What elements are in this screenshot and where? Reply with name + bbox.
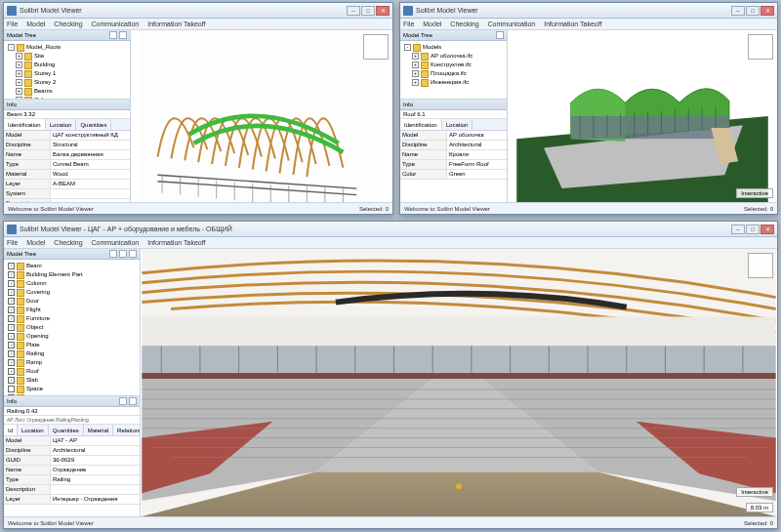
checkbox-icon[interactable]: ✓: [8, 315, 15, 322]
checkbox-icon[interactable]: ✓: [8, 263, 15, 269]
min-button[interactable]: –: [731, 225, 745, 234]
tab-material[interactable]: Material: [84, 425, 113, 435]
tree-item[interactable]: ✓Plate: [6, 341, 138, 349]
titlebar[interactable]: Solibri Model Viewer - ЦАГ - АР + оборуд…: [4, 222, 777, 237]
nav-cube[interactable]: [748, 253, 773, 278]
tab-location[interactable]: Location: [18, 425, 49, 435]
menu-checking[interactable]: Checking: [54, 239, 82, 246]
tab-quantities[interactable]: Quantities: [49, 425, 84, 435]
tree-tool-icon[interactable]: [109, 31, 117, 39]
expand-icon[interactable]: +: [16, 61, 22, 68]
menu-ito[interactable]: Information Takeoff: [544, 20, 601, 27]
close-button[interactable]: ✕: [760, 225, 774, 234]
tree-item[interactable]: +АР оболочка.ifc: [402, 52, 505, 61]
info-properties[interactable]: ModelАР оболочкаDisciplineArchitecturalN…: [400, 131, 507, 202]
menu-model[interactable]: Model: [26, 239, 45, 246]
tree-item[interactable]: +Storey 2: [6, 78, 128, 87]
tree-item[interactable]: -Model_Roots: [6, 43, 128, 52]
menu-file[interactable]: File: [7, 239, 18, 246]
menu-model[interactable]: Model: [26, 20, 45, 27]
menu-model[interactable]: Model: [423, 20, 441, 27]
tree-item[interactable]: +Building: [6, 61, 128, 69]
tree-tool-icon[interactable]: [496, 31, 504, 39]
checkbox-icon[interactable]: ✓: [8, 377, 15, 384]
checkbox-icon[interactable]: ✓: [8, 289, 15, 296]
tree-item[interactable]: ✓Opening: [6, 332, 138, 341]
expand-icon[interactable]: +: [16, 79, 22, 86]
tree-item[interactable]: ✓Slab: [6, 376, 138, 385]
nav-cube[interactable]: [748, 34, 773, 60]
viewport-3d[interactable]: Interactive: [508, 30, 777, 202]
tab-location[interactable]: Location: [46, 119, 77, 130]
tree-item[interactable]: ✓Object: [6, 323, 138, 332]
close-button[interactable]: ✕: [760, 6, 774, 16]
tab-identification[interactable]: Identification: [4, 119, 46, 130]
checkbox-icon[interactable]: ✓: [8, 333, 15, 340]
menu-communication[interactable]: Communication: [92, 20, 140, 27]
checkbox-icon[interactable]: ✓: [8, 280, 15, 287]
min-button[interactable]: –: [731, 6, 745, 16]
menu-communication[interactable]: Communication: [488, 20, 536, 27]
expand-icon[interactable]: +: [412, 53, 419, 60]
tree-item[interactable]: +Площадка.ifc: [402, 69, 505, 78]
max-button[interactable]: □: [361, 6, 375, 16]
expand-icon[interactable]: +: [412, 70, 419, 77]
checkbox-icon[interactable]: ✓: [8, 307, 15, 313]
menu-file[interactable]: File: [7, 20, 18, 27]
tree-tool-icon[interactable]: [109, 250, 117, 258]
tab-identification[interactable]: Id: [4, 425, 18, 435]
max-button[interactable]: □: [746, 225, 760, 234]
info-properties[interactable]: ModelЦАГ - АРDisciplineArchitecturalGUID…: [4, 436, 140, 516]
menu-ito[interactable]: Information Takeoff: [147, 239, 205, 246]
tree-item[interactable]: Space: [6, 385, 138, 393]
checkbox-icon[interactable]: ✓: [8, 342, 15, 348]
viewport-3d[interactable]: [131, 30, 392, 202]
tab-location[interactable]: Location: [442, 119, 473, 130]
info-properties[interactable]: ModelЦАГ конструктивный КДDisciplineStru…: [4, 131, 130, 202]
menu-file[interactable]: File: [403, 20, 414, 27]
tree-item[interactable]: ✓Covering: [6, 288, 138, 297]
expand-icon[interactable]: +: [16, 70, 22, 77]
tree-tool-icon[interactable]: [119, 31, 127, 39]
checkbox-icon[interactable]: ✓: [8, 359, 15, 366]
viewport-3d[interactable]: 8.03 m Interactive: [141, 249, 777, 516]
tab-identification[interactable]: Identification: [400, 119, 442, 130]
tab-relations[interactable]: Relations: [113, 425, 141, 435]
titlebar[interactable]: Solibri Model Viewer – □ ✕: [4, 3, 392, 19]
tree-item[interactable]: ✓Beam: [6, 262, 138, 270]
tree-item[interactable]: ✓Flight: [6, 306, 138, 314]
tree-item[interactable]: +Storey 1: [6, 69, 128, 78]
tree-tool-icon[interactable]: [129, 250, 137, 258]
menu-communication[interactable]: Communication: [92, 239, 140, 246]
tree-item[interactable]: +Конструктив.ifc: [402, 61, 505, 69]
model-tree[interactable]: -Model_Roots+Site+Building+Storey 1+Stor…: [4, 41, 130, 100]
checkbox-icon[interactable]: [8, 386, 15, 392]
expand-icon[interactable]: +: [16, 53, 22, 60]
tree-item[interactable]: ✓Building Element Part: [6, 270, 138, 279]
min-button[interactable]: –: [347, 6, 360, 16]
tree-tool-icon[interactable]: [119, 250, 127, 258]
titlebar[interactable]: Solibri Model Viewer – □ ✕: [400, 3, 777, 19]
tree-item[interactable]: ✓Railing: [6, 349, 138, 358]
max-button[interactable]: □: [746, 6, 760, 16]
checkbox-icon[interactable]: ✓: [8, 271, 15, 278]
model-tree[interactable]: ✓Beam✓Building Element Part✓Column✓Cover…: [4, 260, 140, 396]
close-button[interactable]: ✕: [376, 6, 390, 16]
expand-icon[interactable]: -: [404, 44, 411, 51]
expand-icon[interactable]: -: [8, 44, 15, 51]
tree-item[interactable]: +Site: [6, 52, 128, 61]
tree-item[interactable]: +Инженерия.ifc: [402, 78, 505, 87]
tree-item[interactable]: ✓Roof: [6, 367, 138, 376]
info-tool-icon[interactable]: [129, 397, 137, 405]
info-tool-icon[interactable]: [119, 397, 127, 405]
tab-quantities[interactable]: Quantities: [76, 119, 111, 130]
menu-checking[interactable]: Checking: [54, 20, 82, 27]
checkbox-icon[interactable]: ✓: [8, 298, 15, 305]
checkbox-icon[interactable]: ✓: [8, 350, 15, 357]
checkbox-icon[interactable]: ✓: [8, 324, 15, 331]
tree-item[interactable]: ✓Ramp: [6, 358, 138, 367]
checkbox-icon[interactable]: ✓: [8, 368, 15, 375]
expand-icon[interactable]: +: [16, 88, 22, 95]
menu-checking[interactable]: Checking: [450, 20, 478, 27]
tree-item[interactable]: ✓Door: [6, 297, 138, 306]
